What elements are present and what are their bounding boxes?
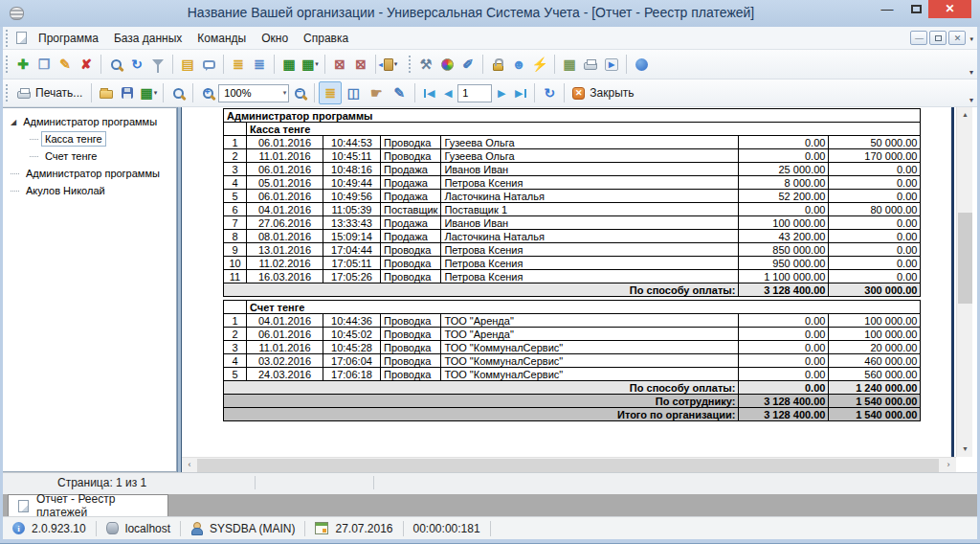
toolbar-separator bbox=[375, 55, 376, 74]
report-row: 403.02.201617:06:04ПроводкаТОО "Коммунал… bbox=[224, 354, 921, 368]
grid-icon[interactable]: ▦ bbox=[559, 54, 580, 75]
power-icon[interactable]: ⚡ bbox=[529, 54, 550, 75]
collapse-groups-icon[interactable]: ≣ bbox=[249, 54, 270, 75]
pan-tool-toggle[interactable]: ☛ bbox=[365, 81, 388, 104]
tree-item-2[interactable]: Счет тенге bbox=[30, 148, 100, 164]
export-excel-icon[interactable]: ▦ bbox=[278, 54, 300, 75]
horizontal-scrollbar[interactable]: ‹ › bbox=[182, 457, 956, 472]
close-report-label: Закрыть bbox=[590, 86, 634, 100]
mdi-close-button[interactable]: ✕ bbox=[948, 31, 966, 45]
print-icon[interactable] bbox=[580, 54, 601, 75]
menu-item-команды[interactable]: Команды bbox=[189, 29, 254, 48]
statusbar-item-3: 27.07.2016 bbox=[305, 522, 402, 535]
menu-item-программа[interactable]: Программа bbox=[31, 29, 106, 48]
save-report-icon[interactable] bbox=[117, 82, 138, 103]
zoom-dropdown-caret[interactable]: ▾ bbox=[283, 89, 287, 97]
tab-report[interactable]: Отчет - Реестр платежей bbox=[8, 494, 168, 516]
last-page-button[interactable]: ▶ bbox=[511, 83, 530, 102]
tree-item-0[interactable]: ◢Администратор программы bbox=[11, 114, 161, 129]
toolbar-overflow-caret-2[interactable]: ▾ bbox=[969, 96, 977, 106]
delete-icon[interactable]: ✘ bbox=[76, 54, 97, 75]
refresh-report-icon[interactable]: ↻ bbox=[539, 82, 560, 103]
main-toolbar: ✚❐✎✘↻▤≣≣▦▦▾⊠⊠▾⚒✐☻⚡▦▶ ▾ bbox=[3, 50, 977, 79]
mdi-restore-button[interactable] bbox=[929, 31, 947, 45]
export-options-icon[interactable]: ▦▾ bbox=[300, 54, 321, 75]
section-summary-row: По способу оплаты:0.001 240 000.00 bbox=[224, 381, 921, 395]
toolbar-separator bbox=[91, 83, 92, 102]
zoom-in-icon[interactable] bbox=[197, 82, 218, 103]
tools-icon[interactable]: ⚒ bbox=[415, 54, 436, 75]
tree-expander-icon[interactable]: ◢ bbox=[11, 118, 16, 126]
previous-page-button[interactable]: ◀ bbox=[438, 83, 457, 102]
export-report-icon[interactable]: ▦▾ bbox=[138, 82, 159, 103]
report-row: 211.01.201610:45:11ПроводкаГузеева Ольга… bbox=[224, 149, 921, 163]
exit-icon[interactable]: ▾ bbox=[380, 54, 401, 75]
report-row: 311.01.201610:45:28ПроводкаТОО "Коммунал… bbox=[224, 341, 921, 354]
toolbar-separator bbox=[163, 83, 164, 102]
menu-item-справка[interactable]: Справка bbox=[296, 29, 356, 48]
open-report-icon[interactable] bbox=[96, 82, 117, 103]
mdi-minimize-button[interactable]: — bbox=[910, 31, 927, 45]
next-page-button[interactable]: ▶ bbox=[492, 83, 511, 102]
expand-groups-icon[interactable]: ≣ bbox=[228, 54, 249, 75]
scroll-right-icon[interactable]: › bbox=[941, 458, 956, 473]
search-icon[interactable] bbox=[105, 54, 126, 75]
vertical-scrollbar[interactable]: ▲ ▼ bbox=[956, 107, 972, 457]
close-window-icon[interactable]: ⊠ bbox=[329, 54, 350, 75]
info-icon[interactable] bbox=[631, 54, 652, 75]
print-button[interactable]: Печать... bbox=[12, 84, 87, 102]
users-icon[interactable]: ☻ bbox=[508, 54, 529, 75]
comments-icon[interactable] bbox=[198, 54, 219, 75]
insert-column-icon[interactable]: ▤ bbox=[177, 54, 198, 75]
status-separator bbox=[373, 476, 374, 489]
copy-icon[interactable]: ❐ bbox=[33, 54, 55, 75]
toolbar-overflow-caret[interactable]: ▾ bbox=[969, 68, 977, 79]
document-icon bbox=[16, 32, 27, 44]
preview-icon[interactable] bbox=[167, 82, 189, 103]
window-title: Название Вашей организации - Универсальн… bbox=[96, 5, 846, 20]
add-icon[interactable]: ✚ bbox=[12, 54, 33, 75]
toolbar-separator bbox=[324, 55, 325, 74]
page-number-input[interactable] bbox=[457, 84, 492, 102]
toolbar-separator bbox=[414, 83, 415, 102]
menu-item-база-данных[interactable]: База данных bbox=[106, 29, 189, 48]
tree-item-4[interactable]: Акулов Николай bbox=[11, 183, 109, 198]
zoom-level-combobox[interactable]: 100% ▾ bbox=[218, 84, 289, 102]
minimize-button[interactable]: — bbox=[873, 1, 902, 19]
user-icon-text: SYSDBA (MAIN) bbox=[210, 522, 295, 535]
statusbar-item-1: localhost bbox=[97, 522, 180, 535]
designer-icon[interactable]: ✐ bbox=[457, 54, 479, 75]
section-header-row: Касса тенге bbox=[224, 123, 921, 136]
edit-page-toggle[interactable]: ✎ bbox=[388, 81, 411, 104]
first-page-button[interactable]: ◀ bbox=[419, 83, 438, 102]
title-bar: Название Вашей организации - Универсальн… bbox=[0, 0, 980, 27]
close-report-icon: ✕ bbox=[572, 87, 585, 100]
pages-view-toggle[interactable]: ◫ bbox=[342, 81, 365, 104]
edit-icon[interactable]: ✎ bbox=[55, 54, 76, 75]
play-icon[interactable]: ▶ bbox=[601, 54, 622, 75]
filter-icon[interactable] bbox=[147, 54, 168, 75]
tree-item-1[interactable]: Касса тенге bbox=[30, 131, 106, 147]
scroll-left-icon[interactable]: ‹ bbox=[182, 458, 197, 473]
maximize-button[interactable] bbox=[903, 3, 928, 18]
report-row: 206.01.201610:45:02ПроводкаТОО "Аренда"0… bbox=[224, 328, 921, 341]
palette-icon[interactable] bbox=[436, 54, 457, 75]
version-info-icon-text: 2.0.923.10 bbox=[32, 522, 86, 535]
tree-view-toggle[interactable]: ≣ bbox=[319, 81, 342, 104]
toolbar-separator bbox=[564, 83, 565, 102]
close-button[interactable]: ✕ bbox=[928, 0, 971, 18]
refresh-icon[interactable]: ↻ bbox=[126, 54, 147, 75]
vertical-scroll-thumb[interactable] bbox=[958, 213, 972, 304]
horizontal-scroll-thumb[interactable] bbox=[197, 459, 939, 472]
toolbar-separator bbox=[192, 83, 193, 102]
database-icon-text: localhost bbox=[125, 522, 170, 535]
zoom-out-icon[interactable] bbox=[289, 82, 310, 103]
scroll-down-icon[interactable]: ▼ bbox=[957, 442, 973, 457]
close-all-windows-icon[interactable]: ⊠ bbox=[350, 54, 371, 75]
lock-icon[interactable] bbox=[487, 54, 508, 75]
menu-item-окно[interactable]: Окно bbox=[254, 29, 296, 48]
scroll-up-icon[interactable]: ▲ bbox=[957, 107, 973, 123]
close-report-button[interactable]: ✕ Закрыть bbox=[568, 84, 637, 102]
tree-item-3[interactable]: Администратор программы bbox=[11, 166, 164, 181]
menu-overflow-caret[interactable]: ▾ bbox=[969, 35, 973, 45]
